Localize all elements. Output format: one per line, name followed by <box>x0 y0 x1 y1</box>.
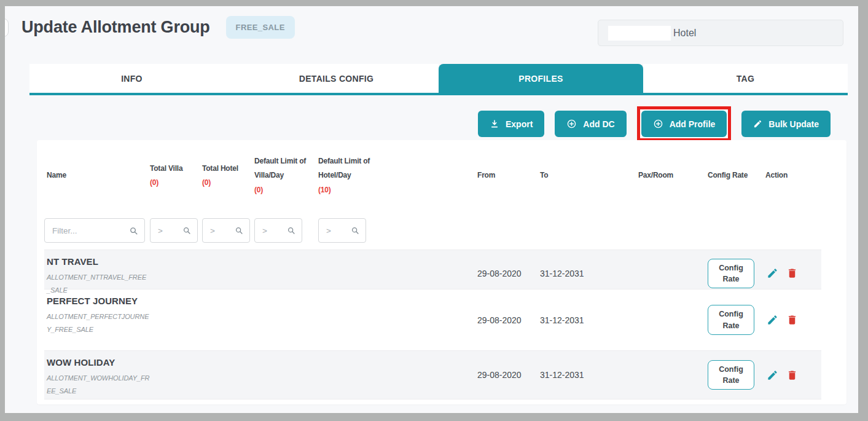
add-profile-label: Add Profile <box>670 119 716 129</box>
profile-name: PERFECT JOURNEY <box>47 296 150 306</box>
column-header-action: Action <box>765 140 821 211</box>
redacted-hotel-name <box>608 26 671 41</box>
profile-code: ALLOTMENT_WOWHOLIDAY_FREE_SALE <box>47 372 150 398</box>
profile-code: ALLOTMENT_PERFECTJOURNEY_FREE_SALE <box>47 310 150 336</box>
from-date: 29-08-2020 <box>477 351 540 399</box>
hotel-label: Hotel <box>673 28 696 39</box>
config-rate-button[interactable]: Config Rate <box>708 259 754 288</box>
from-date: 29-08-2020 <box>477 289 540 350</box>
column-header-total-villa: Total Villa (0) <box>150 140 202 211</box>
column-header-default-limit-villa: Default Limit of Villa/Day (0) <box>254 140 318 211</box>
table-row: WOW HOLIDAY ALLOTMENT_WOWHOLIDAY_FREE_SA… <box>44 350 821 399</box>
tab-info[interactable]: INFO <box>29 64 234 93</box>
bulk-update-label: Bulk Update <box>768 119 819 129</box>
edit-button[interactable] <box>767 267 778 279</box>
download-icon <box>490 119 499 129</box>
bulk-update-button[interactable]: Bulk Update <box>741 111 831 137</box>
search-icon <box>287 226 295 235</box>
table-row: PERFECT JOURNEY ALLOTMENT_PERFECTJOURNEY… <box>44 289 821 350</box>
search-icon <box>182 226 191 235</box>
export-button[interactable]: Export <box>478 111 544 137</box>
column-header-total-hotel: Total Hotel (0) <box>202 140 254 211</box>
column-header-to: To <box>540 140 638 211</box>
limit-villa-filter-input[interactable] <box>262 226 287 235</box>
profiles-table-card: Name Total Villa (0) Total Hotel (0) Def… <box>37 140 846 404</box>
search-icon <box>351 226 359 235</box>
search-icon <box>129 226 138 235</box>
total-hotel-filter[interactable] <box>202 218 250 243</box>
tab-details-config[interactable]: DETAILS CONFIG <box>234 64 439 93</box>
trash-icon <box>786 369 798 381</box>
name-filter-input[interactable] <box>52 226 129 235</box>
app-screen: Update Allotment Group FREE_SALE Hotel I… <box>5 6 858 413</box>
page-header: Update Allotment Group FREE_SALE <box>22 16 295 39</box>
row-actions <box>765 289 821 350</box>
table-row: NT TRAVEL ALLOTMENT_NTTRAVEL_FREE_SALE 2… <box>44 250 821 289</box>
table-filter-row <box>44 211 821 250</box>
add-dc-label: Add DC <box>583 119 614 129</box>
name-filter[interactable] <box>44 218 145 243</box>
delete-button[interactable] <box>786 369 798 381</box>
free-sale-badge: FREE_SALE <box>226 16 295 39</box>
trash-icon <box>786 267 798 279</box>
search-icon <box>235 226 243 235</box>
column-header-from: From <box>477 140 540 211</box>
edit-button[interactable] <box>767 369 778 381</box>
toolbar: Export Add DC Add Profile <box>478 108 831 140</box>
window-frame: Update Allotment Group FREE_SALE Hotel I… <box>0 0 868 421</box>
export-label: Export <box>506 119 533 129</box>
profile-name: WOW HOLIDAY <box>47 357 150 368</box>
pax-room-value <box>638 289 708 350</box>
profile-name-cell: PERFECT JOURNEY ALLOTMENT_PERFECTJOURNEY… <box>44 289 150 350</box>
delete-button[interactable] <box>786 314 798 326</box>
pencil-icon <box>767 314 778 326</box>
pencil-icon <box>767 369 778 381</box>
config-rate-button[interactable]: Config Rate <box>708 305 754 334</box>
highlight-annotation: Add Profile <box>637 106 732 141</box>
to-date: 31-12-2031 <box>540 351 638 399</box>
profile-name: NT TRAVEL <box>47 256 150 267</box>
total-villa-filter-input[interactable] <box>158 226 182 235</box>
column-header-name: Name <box>44 140 150 211</box>
to-date: 31-12-2031 <box>540 289 638 350</box>
circle-plus-icon <box>653 119 663 129</box>
page-title: Update Allotment Group <box>22 18 210 37</box>
column-header-default-limit-hotel: Default Limit of Hotel/Day (10) <box>318 140 477 211</box>
pencil-icon <box>767 267 778 279</box>
table-header-row: Name Total Villa (0) Total Hotel (0) Def… <box>44 140 821 211</box>
row-actions <box>765 351 821 399</box>
limit-hotel-filter[interactable] <box>318 218 366 243</box>
tab-tag[interactable]: TAG <box>643 64 848 93</box>
tab-profiles[interactable]: PROFILES <box>439 64 643 93</box>
circle-plus-icon <box>566 119 577 129</box>
column-header-pax-room: Pax/Room <box>638 140 708 211</box>
total-hotel-filter-input[interactable] <box>210 226 235 235</box>
total-villa-filter[interactable] <box>150 218 198 243</box>
delete-button[interactable] <box>786 267 798 279</box>
limit-hotel-filter-input[interactable] <box>326 226 351 235</box>
trash-icon <box>786 314 798 326</box>
add-profile-button[interactable]: Add Profile <box>641 111 727 137</box>
add-dc-button[interactable]: Add DC <box>555 111 626 137</box>
pencil-icon <box>753 119 762 128</box>
profile-name-cell: WOW HOLIDAY ALLOTMENT_WOWHOLIDAY_FREE_SA… <box>44 351 150 399</box>
hotel-field: Hotel <box>598 20 843 46</box>
config-rate-button[interactable]: Config Rate <box>708 360 754 390</box>
limit-villa-filter[interactable] <box>254 218 302 243</box>
pax-room-value <box>638 351 708 399</box>
edit-button[interactable] <box>767 314 778 326</box>
column-header-config-rate: Config Rate <box>708 140 765 211</box>
collapsed-panel-handle[interactable] <box>5 18 9 37</box>
tab-bar: INFO DETAILS CONFIG PROFILES TAG <box>29 64 848 95</box>
